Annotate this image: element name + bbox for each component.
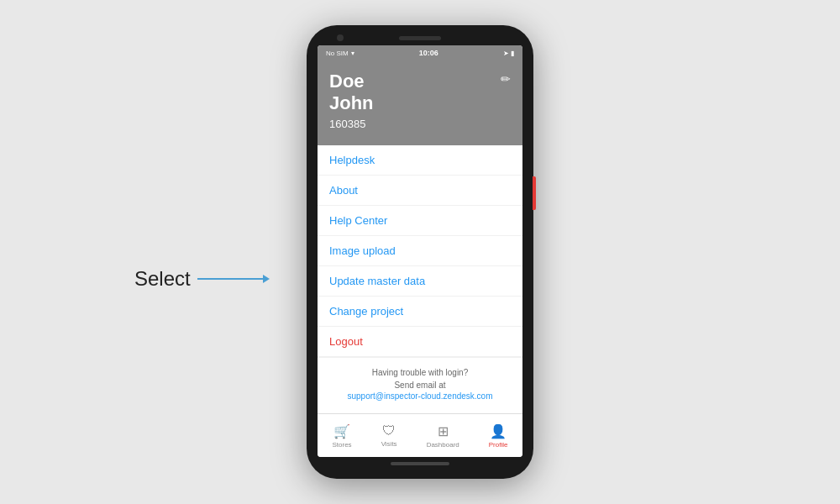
status-left: No SIM ▾ <box>326 50 354 57</box>
no-sim-text: No SIM <box>326 50 349 57</box>
menu-item-helpdesk[interactable]: Helpdesk <box>318 145 522 176</box>
battery-icon: ▮ <box>511 50 514 57</box>
visits-icon: 🛡 <box>382 423 396 438</box>
stores-icon: 🛒 <box>333 423 350 439</box>
location-icon: ➤ <box>503 50 509 57</box>
menu-item-change-project[interactable]: Change project <box>318 297 522 327</box>
phone-frame: No SIM ▾ 10:06 ➤ ▮ Doe John 160385 ✏ Hel… <box>307 25 533 479</box>
nav-item-dashboard[interactable]: ⊞ Dashboard <box>427 423 459 449</box>
select-annotation: Select <box>134 267 265 291</box>
profile-icon: 👤 <box>490 423 507 439</box>
edit-icon[interactable]: ✏ <box>501 72 511 86</box>
dashboard-icon: ⊞ <box>438 423 449 439</box>
phone-side-button <box>533 176 536 210</box>
phone-screen: No SIM ▾ 10:06 ➤ ▮ Doe John 160385 ✏ Hel… <box>318 45 522 457</box>
visits-label: Visits <box>381 440 397 448</box>
phone-top-bar <box>307 30 533 45</box>
menu-list: Helpdesk About Help Center Image upload … <box>318 145 522 413</box>
nav-item-profile[interactable]: 👤 Profile <box>489 423 508 449</box>
bottom-nav: 🛒 Stores 🛡 Visits ⊞ Dashboard 👤 Profile <box>318 413 522 457</box>
nav-item-visits[interactable]: 🛡 Visits <box>381 423 397 448</box>
scene: Select No SIM ▾ 10:06 ➤ ▮ <box>0 0 840 504</box>
phone-camera <box>337 34 344 41</box>
dashboard-label: Dashboard <box>427 441 459 449</box>
profile-label: Profile <box>489 441 508 449</box>
menu-item-logout[interactable]: Logout <box>318 327 522 357</box>
help-text-line1: Having trouble with login? <box>329 366 511 379</box>
profile-first-name: John <box>329 92 511 114</box>
phone-speaker <box>399 36 441 40</box>
menu-item-image-upload[interactable]: Image upload <box>318 236 522 266</box>
profile-last-name: Doe <box>329 71 511 92</box>
profile-header: Doe John 160385 ✏ <box>318 60 522 145</box>
help-text-line2: Send email at <box>329 379 511 391</box>
help-email[interactable]: support@inspector-cloud.zendesk.com <box>329 391 511 401</box>
select-text: Select <box>134 267 191 291</box>
status-right: ➤ ▮ <box>503 50 514 57</box>
stores-label: Stores <box>333 441 352 449</box>
menu-item-about[interactable]: About <box>318 176 522 206</box>
profile-id: 160385 <box>329 118 511 130</box>
status-bar: No SIM ▾ 10:06 ➤ ▮ <box>318 45 522 60</box>
wifi-icon: ▾ <box>351 50 354 57</box>
phone-bottom-bar <box>391 462 449 465</box>
menu-item-help-center[interactable]: Help Center <box>318 206 522 236</box>
select-arrow <box>197 278 265 280</box>
nav-item-stores[interactable]: 🛒 Stores <box>333 423 352 449</box>
status-time: 10:06 <box>419 49 438 57</box>
help-section: Having trouble with login? Send email at… <box>318 357 522 409</box>
menu-item-update-master-data[interactable]: Update master data <box>318 266 522 297</box>
